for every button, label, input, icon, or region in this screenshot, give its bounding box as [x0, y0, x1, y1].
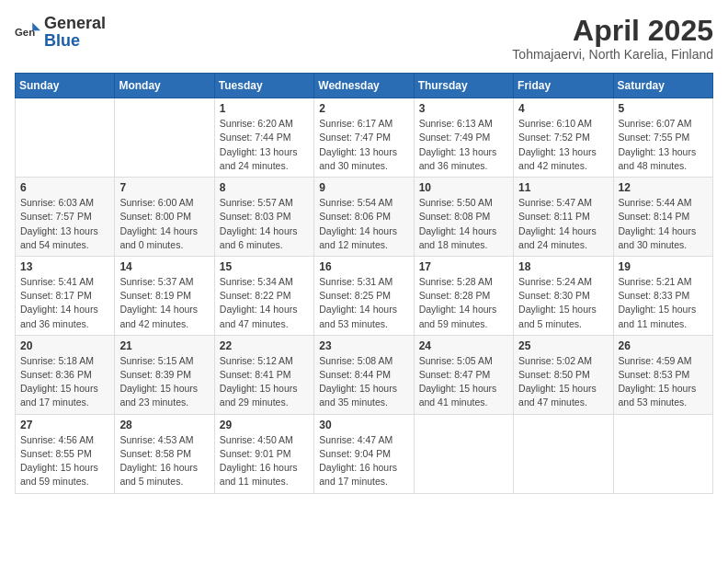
calendar-body: 1Sunrise: 6:20 AMSunset: 7:44 PMDaylight… — [16, 98, 713, 493]
day-number: 8 — [220, 181, 309, 194]
day-info: Sunrise: 6:17 AMSunset: 7:47 PMDaylight:… — [319, 117, 408, 173]
day-header-sunday: Sunday — [16, 74, 115, 98]
calendar-cell — [115, 98, 214, 178]
calendar-week-1: 1Sunrise: 6:20 AMSunset: 7:44 PMDaylight… — [16, 98, 713, 178]
day-header-saturday: Saturday — [613, 74, 712, 98]
calendar-cell: 23Sunrise: 5:08 AMSunset: 8:44 PMDayligh… — [314, 335, 414, 414]
svg-marker-1 — [32, 23, 40, 31]
day-info: Sunrise: 5:08 AMSunset: 8:44 PMDaylight:… — [319, 354, 408, 410]
day-number: 14 — [119, 260, 209, 273]
day-number: 25 — [518, 339, 608, 352]
day-number: 9 — [319, 181, 408, 194]
day-info: Sunrise: 4:59 AMSunset: 8:53 PMDaylight:… — [619, 354, 708, 410]
day-info: Sunrise: 5:21 AMSunset: 8:33 PMDaylight:… — [619, 275, 708, 331]
calendar-week-2: 6Sunrise: 6:03 AMSunset: 7:57 PMDaylight… — [16, 178, 713, 257]
day-info: Sunrise: 5:24 AMSunset: 8:30 PMDaylight:… — [518, 275, 608, 331]
calendar-cell: 19Sunrise: 5:21 AMSunset: 8:33 PMDayligh… — [613, 256, 712, 335]
calendar-table: SundayMondayTuesdayWednesdayThursdayFrid… — [15, 73, 713, 493]
day-header-wednesday: Wednesday — [314, 74, 414, 98]
day-info: Sunrise: 4:53 AMSunset: 8:58 PMDaylight:… — [119, 433, 209, 489]
calendar-cell: 27Sunrise: 4:56 AMSunset: 8:55 PMDayligh… — [16, 414, 115, 493]
calendar-cell: 14Sunrise: 5:37 AMSunset: 8:19 PMDayligh… — [115, 256, 214, 335]
day-number: 30 — [319, 419, 408, 431]
calendar-cell: 29Sunrise: 4:50 AMSunset: 9:01 PMDayligh… — [214, 414, 313, 493]
day-number: 24 — [419, 339, 508, 352]
day-number: 5 — [619, 102, 708, 115]
calendar-cell: 13Sunrise: 5:41 AMSunset: 8:17 PMDayligh… — [16, 256, 115, 335]
calendar-cell — [16, 98, 115, 178]
day-number: 21 — [119, 339, 209, 352]
logo: Gen General Blue — [15, 15, 106, 50]
day-number: 18 — [518, 260, 608, 273]
day-number: 23 — [319, 339, 408, 352]
calendar-cell — [514, 414, 613, 493]
day-number: 7 — [119, 181, 209, 194]
calendar-cell: 20Sunrise: 5:18 AMSunset: 8:36 PMDayligh… — [16, 335, 115, 414]
day-info: Sunrise: 5:50 AMSunset: 8:08 PMDaylight:… — [419, 196, 508, 252]
day-header-monday: Monday — [115, 74, 214, 98]
location-title: Tohmajaervi, North Karelia, Finland — [512, 47, 713, 62]
day-number: 28 — [119, 419, 209, 431]
day-number: 17 — [419, 260, 508, 273]
day-number: 13 — [20, 260, 109, 273]
calendar-cell: 4Sunrise: 6:10 AMSunset: 7:52 PMDaylight… — [514, 98, 613, 178]
calendar-cell: 28Sunrise: 4:53 AMSunset: 8:58 PMDayligh… — [115, 414, 214, 493]
calendar-cell: 9Sunrise: 5:54 AMSunset: 8:06 PMDaylight… — [314, 178, 414, 257]
day-number: 11 — [518, 181, 608, 194]
day-info: Sunrise: 5:15 AMSunset: 8:39 PMDaylight:… — [119, 354, 209, 410]
calendar-cell: 26Sunrise: 4:59 AMSunset: 8:53 PMDayligh… — [613, 335, 712, 414]
calendar-cell: 2Sunrise: 6:17 AMSunset: 7:47 PMDaylight… — [314, 98, 414, 178]
calendar-week-5: 27Sunrise: 4:56 AMSunset: 8:55 PMDayligh… — [16, 414, 713, 493]
calendar-cell: 30Sunrise: 4:47 AMSunset: 9:04 PMDayligh… — [314, 414, 414, 493]
calendar-cell — [414, 414, 513, 493]
day-info: Sunrise: 5:41 AMSunset: 8:17 PMDaylight:… — [20, 275, 109, 331]
calendar-cell: 16Sunrise: 5:31 AMSunset: 8:25 PMDayligh… — [314, 256, 414, 335]
day-info: Sunrise: 6:10 AMSunset: 7:52 PMDaylight:… — [518, 117, 608, 173]
day-number: 19 — [619, 260, 708, 273]
day-info: Sunrise: 5:12 AMSunset: 8:41 PMDaylight:… — [220, 354, 309, 410]
day-info: Sunrise: 4:50 AMSunset: 9:01 PMDaylight:… — [220, 433, 309, 489]
calendar-cell: 25Sunrise: 5:02 AMSunset: 8:50 PMDayligh… — [514, 335, 613, 414]
logo-blue: Blue — [44, 31, 80, 50]
calendar-header-row: SundayMondayTuesdayWednesdayThursdayFrid… — [16, 74, 713, 98]
calendar-cell: 7Sunrise: 6:00 AMSunset: 8:00 PMDaylight… — [115, 178, 214, 257]
day-number: 6 — [20, 181, 109, 194]
day-info: Sunrise: 6:03 AMSunset: 7:57 PMDaylight:… — [20, 196, 109, 252]
day-number: 4 — [518, 102, 608, 115]
day-info: Sunrise: 5:47 AMSunset: 8:11 PMDaylight:… — [518, 196, 608, 252]
month-title: April 2025 — [512, 15, 713, 47]
title-block: April 2025 Tohmajaervi, North Karelia, F… — [512, 15, 713, 62]
day-header-friday: Friday — [514, 74, 613, 98]
calendar-cell: 22Sunrise: 5:12 AMSunset: 8:41 PMDayligh… — [214, 335, 313, 414]
calendar-cell: 21Sunrise: 5:15 AMSunset: 8:39 PMDayligh… — [115, 335, 214, 414]
day-info: Sunrise: 6:13 AMSunset: 7:49 PMDaylight:… — [419, 117, 508, 173]
day-number: 3 — [419, 102, 508, 115]
day-number: 10 — [419, 181, 508, 194]
calendar-cell: 5Sunrise: 6:07 AMSunset: 7:55 PMDaylight… — [613, 98, 712, 178]
day-info: Sunrise: 5:37 AMSunset: 8:19 PMDaylight:… — [119, 275, 209, 331]
day-number: 27 — [20, 419, 109, 431]
day-info: Sunrise: 5:57 AMSunset: 8:03 PMDaylight:… — [220, 196, 309, 252]
svg-text:Gen: Gen — [15, 27, 35, 38]
page-header: Gen General Blue April 2025 Tohmajaervi,… — [15, 15, 713, 62]
logo-general: General — [44, 14, 106, 32]
day-info: Sunrise: 5:02 AMSunset: 8:50 PMDaylight:… — [518, 354, 608, 410]
calendar-week-4: 20Sunrise: 5:18 AMSunset: 8:36 PMDayligh… — [16, 335, 713, 414]
day-info: Sunrise: 5:28 AMSunset: 8:28 PMDaylight:… — [419, 275, 508, 331]
logo-icon: Gen — [15, 19, 40, 45]
day-number: 20 — [20, 339, 109, 352]
day-info: Sunrise: 5:31 AMSunset: 8:25 PMDaylight:… — [319, 275, 408, 331]
day-info: Sunrise: 5:05 AMSunset: 8:47 PMDaylight:… — [419, 354, 508, 410]
day-info: Sunrise: 5:54 AMSunset: 8:06 PMDaylight:… — [319, 196, 408, 252]
calendar-cell: 24Sunrise: 5:05 AMSunset: 8:47 PMDayligh… — [414, 335, 513, 414]
day-number: 12 — [619, 181, 708, 194]
calendar-cell: 12Sunrise: 5:44 AMSunset: 8:14 PMDayligh… — [613, 178, 712, 257]
day-number: 26 — [619, 339, 708, 352]
calendar-cell: 15Sunrise: 5:34 AMSunset: 8:22 PMDayligh… — [214, 256, 313, 335]
calendar-cell: 3Sunrise: 6:13 AMSunset: 7:49 PMDaylight… — [414, 98, 513, 178]
day-info: Sunrise: 6:20 AMSunset: 7:44 PMDaylight:… — [220, 117, 309, 173]
day-info: Sunrise: 4:56 AMSunset: 8:55 PMDaylight:… — [20, 433, 109, 489]
day-info: Sunrise: 6:07 AMSunset: 7:55 PMDaylight:… — [619, 117, 708, 173]
calendar-cell: 18Sunrise: 5:24 AMSunset: 8:30 PMDayligh… — [514, 256, 613, 335]
calendar-cell: 10Sunrise: 5:50 AMSunset: 8:08 PMDayligh… — [414, 178, 513, 257]
